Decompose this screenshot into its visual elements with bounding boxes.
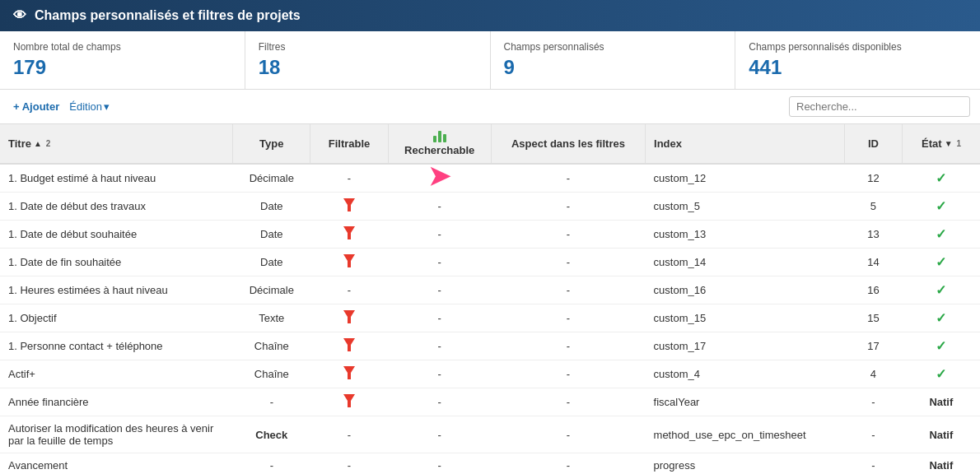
col-id-label: ID	[868, 137, 879, 150]
cell-titre: 1. Date de fin souhaitée	[0, 249, 233, 276]
cell-index: custom_12	[646, 164, 845, 193]
cell-recherchable: -	[388, 276, 491, 304]
cell-id: -	[844, 388, 903, 416]
cell-type: Date	[233, 193, 310, 221]
table-row[interactable]: 1. Heures estimées à haut niveauDécimale…	[0, 276, 980, 304]
cell-titre: Autoriser la modification des heures à v…	[0, 416, 233, 453]
col-header-etat[interactable]: État ▼ 1	[903, 124, 980, 164]
cell-etat: ✓	[903, 249, 980, 276]
cell-etat: Natif	[903, 416, 980, 453]
col-header-aspect[interactable]: Aspect dans les filtres	[491, 124, 645, 164]
cell-type: Chaîne	[233, 332, 310, 360]
table-row[interactable]: 1. Date de début des travauxDate--custom…	[0, 193, 980, 221]
cell-etat: Natif	[903, 453, 980, 475]
cell-titre: 1. Budget estimé à haut niveau	[0, 164, 233, 193]
cell-titre: Actif+	[0, 360, 233, 388]
bar3	[443, 134, 446, 142]
cell-etat: ✓	[903, 164, 980, 193]
svg-marker-2	[343, 254, 355, 267]
col-recherchable-label: Recherchable	[404, 144, 474, 156]
cell-recherchable: -	[388, 249, 491, 276]
stat-champs-dispo: Champs personnalisés disponibles 441	[735, 31, 980, 89]
search-input[interactable]	[789, 96, 970, 117]
cell-filtrable: -	[310, 276, 388, 304]
filter-icon	[343, 394, 355, 407]
eye-icon: 👁	[13, 8, 26, 23]
cell-aspect: -	[491, 332, 645, 360]
filter-icon	[343, 198, 355, 211]
check-icon: ✓	[936, 255, 946, 269]
col-filtrable-label: Filtrable	[329, 137, 371, 150]
table-row[interactable]: Actif+Chaîne--custom_44✓	[0, 360, 980, 388]
col-index-label: Index	[654, 137, 682, 150]
stat-total-champs-label: Nombre total de champs	[13, 41, 231, 53]
stat-filtres-value: 18	[259, 56, 477, 79]
table-row[interactable]: 1. Date de début souhaitéeDate--custom_1…	[0, 221, 980, 249]
table-header-row: Titre ▲ 2 Type Filtrable	[0, 124, 980, 164]
col-titre-label: Titre	[8, 137, 31, 150]
cell-titre: 1. Heures estimées à haut niveau	[0, 276, 233, 304]
col-header-id[interactable]: ID	[844, 124, 903, 164]
sort-etat-icon: ▼	[945, 139, 953, 148]
table-row[interactable]: 1. Personne contact + téléphoneChaîne--c…	[0, 332, 980, 360]
col-header-index[interactable]: Index	[646, 124, 845, 164]
cell-recherchable: -	[388, 453, 491, 475]
cell-aspect: -	[491, 249, 645, 276]
col-header-titre[interactable]: Titre ▲ 2	[0, 124, 233, 164]
cell-id: 13	[844, 221, 903, 249]
cell-id: 5	[844, 193, 903, 221]
add-button[interactable]: + Ajouter	[10, 99, 63, 114]
cell-filtrable	[310, 221, 388, 249]
col-header-type[interactable]: Type	[233, 124, 310, 164]
cell-type: Date	[233, 221, 310, 249]
table-row[interactable]: 1. ObjectifTexte--custom_1515✓	[0, 304, 980, 332]
cell-filtrable	[310, 304, 388, 332]
svg-marker-3	[343, 310, 355, 323]
table-row[interactable]: 1. Date de fin souhaitéeDate--custom_141…	[0, 249, 980, 276]
table-row[interactable]: 1. Budget estimé à haut niveauDécimale--…	[0, 164, 980, 193]
col-header-filtrable[interactable]: Filtrable	[310, 124, 388, 164]
table-row[interactable]: Année financière---fiscalYear-Natif	[0, 388, 980, 416]
cell-recherchable: -	[388, 221, 491, 249]
sort-asc-icon: ▲	[34, 139, 42, 148]
cell-titre: 1. Objectif	[0, 304, 233, 332]
edition-button[interactable]: Édition ▾	[66, 99, 113, 114]
cell-index: custom_15	[646, 304, 845, 332]
cell-filtrable: -	[310, 164, 388, 193]
cell-recherchable: -	[388, 193, 491, 221]
table-row[interactable]: Autoriser la modification des heures à v…	[0, 416, 980, 453]
bar1	[433, 136, 436, 142]
cell-index: custom_14	[646, 249, 845, 276]
cell-filtrable	[310, 193, 388, 221]
cell-recherchable: -	[388, 360, 491, 388]
cell-type: Décimale	[233, 164, 310, 193]
cell-aspect: -	[491, 193, 645, 221]
cell-id: 15	[844, 304, 903, 332]
stat-filtres-label: Filtres	[259, 41, 477, 53]
cell-aspect: -	[491, 453, 645, 475]
cell-index: custom_4	[646, 360, 845, 388]
page-title: Champs personnalisés et filtres de proje…	[35, 8, 301, 23]
check-icon: ✓	[936, 283, 946, 297]
cell-titre: 1. Date de début des travaux	[0, 193, 233, 221]
cell-aspect: -	[491, 304, 645, 332]
check-icon: ✓	[936, 199, 946, 213]
svg-marker-6	[343, 394, 355, 407]
svg-marker-5	[343, 366, 355, 379]
cell-index: custom_5	[646, 193, 845, 221]
cell-titre: 1. Personne contact + téléphone	[0, 332, 233, 360]
cell-etat: ✓	[903, 276, 980, 304]
cell-recherchable: -	[388, 304, 491, 332]
stat-champs-dispo-label: Champs personnalisés disponibles	[749, 41, 967, 53]
check-icon: ✓	[936, 339, 946, 353]
cell-aspect: -	[491, 221, 645, 249]
stat-champs-perso-label: Champs personnalisés	[504, 41, 722, 53]
stat-champs-perso-value: 9	[504, 56, 722, 79]
cell-etat: Natif	[903, 388, 980, 416]
cell-filtrable	[310, 332, 388, 360]
cell-etat: ✓	[903, 221, 980, 249]
col-header-recherchable[interactable]: Recherchable ➤	[388, 124, 491, 164]
cell-index: custom_17	[646, 332, 845, 360]
main-table-container: Titre ▲ 2 Type Filtrable	[0, 124, 980, 474]
table-row[interactable]: Avancement----progress-Natif	[0, 453, 980, 475]
